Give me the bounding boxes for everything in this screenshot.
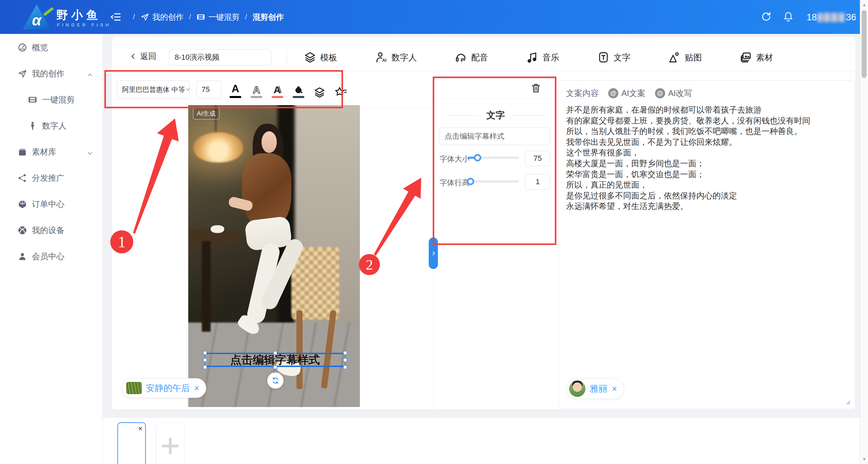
page-scrollbar[interactable]: ▲ ▼	[860, 0, 868, 464]
sidebar-item-my-creations[interactable]: 我的创作	[0, 60, 102, 86]
headset-icon	[455, 51, 467, 63]
remove-scene-icon[interactable]: ×	[194, 383, 199, 393]
sidebar-item-digital-human[interactable]: 数字人	[0, 113, 102, 139]
line-height-label: 字体行高	[440, 178, 469, 188]
account-phone-number[interactable]: 18 36	[807, 12, 856, 23]
line-height-slider-knob[interactable]	[467, 178, 474, 185]
paper-plane-icon	[18, 69, 27, 78]
project-title-input[interactable]	[169, 49, 271, 65]
selection-handle[interactable]	[203, 351, 207, 355]
chevron-down-icon	[87, 149, 93, 155]
add-scene-button[interactable]	[156, 422, 185, 464]
scene-thumbnail-card[interactable]: ×	[117, 422, 146, 464]
text-stroke-color-button[interactable]: A	[249, 81, 264, 98]
scrollbar-down-arrow[interactable]: ▼	[860, 455, 868, 463]
scrollbar-up-arrow[interactable]: ▲	[860, 1, 868, 9]
breadcrumb-one-click-mix[interactable]: 一键混剪	[196, 12, 239, 22]
text-box-icon	[597, 51, 610, 63]
tab-template[interactable]: 模板	[304, 51, 337, 63]
sidebar: 概览 我的创作 一键混剪 数字人 素材库 分发推广 订单中心	[0, 34, 103, 464]
back-button[interactable]: 返回	[130, 51, 156, 62]
resource-tabs: 模板 AI 数字人 配音 音乐 文字 贴图 素材	[304, 47, 773, 68]
sidebar-item-order-center[interactable]: 订单中心	[0, 191, 102, 217]
properties-divider-line	[434, 99, 557, 99]
breadcrumb-separator: /	[133, 13, 135, 21]
app-root: α 野小鱼 FINGER FISH / 我的创作 / 一键混剪 / 混剪创作	[0, 0, 868, 464]
voice-avatar	[569, 381, 585, 397]
ai-copy-button[interactable]: @ AI文案	[608, 88, 645, 99]
svg-text:A: A	[253, 84, 260, 95]
layer-order-button[interactable]	[312, 81, 327, 98]
tab-voiceover[interactable]: 配音	[455, 51, 488, 63]
title-rule	[446, 115, 479, 116]
selection-handle[interactable]	[343, 365, 347, 369]
line-height-value-input[interactable]	[525, 174, 550, 190]
photo-table-leg	[202, 241, 210, 332]
line-height-slider[interactable]	[468, 180, 519, 182]
remove-voice-icon[interactable]: ×	[612, 384, 617, 394]
background-color-swatch	[293, 96, 304, 98]
delete-layer-button[interactable]	[531, 82, 541, 95]
selection-handle[interactable]	[203, 365, 207, 369]
font-size-input[interactable]	[196, 80, 221, 99]
tab-text[interactable]: 文字	[597, 51, 631, 63]
swap-clip-button[interactable]	[267, 372, 284, 389]
chevron-left-icon	[130, 52, 137, 60]
sidebar-item-overview[interactable]: 概览	[0, 34, 102, 60]
sidebar-collapse-icon[interactable]	[111, 12, 121, 22]
text-color-button[interactable]: A	[228, 81, 243, 98]
voice-actor-chip[interactable]: 雅丽 ×	[566, 379, 624, 399]
sidebar-item-distribution[interactable]: 分发推广	[0, 165, 102, 191]
sidebar-item-asset-library[interactable]: 素材库	[0, 139, 102, 165]
scrollbar-thumb[interactable]	[862, 10, 867, 78]
device-globe-icon	[18, 226, 27, 235]
voice-name: 雅丽	[590, 383, 607, 395]
ai-at-icon: @	[655, 88, 665, 98]
share-icon	[18, 173, 27, 183]
selection-handle[interactable]	[203, 358, 207, 362]
script-line: 有的家庭父母都要上班，要换房贷、敬养老人，没有闲钱也没有时间	[566, 115, 837, 126]
title-rule	[512, 115, 545, 116]
script-line: 我带你出去见见世面，不是为了让你回来炫耀。	[566, 137, 837, 148]
font-family-select[interactable]: 阿里巴巴普惠体 中等	[117, 80, 190, 99]
script-textarea[interactable]: 并不是所有家庭，在暑假的时候都可以带着孩子去旅游 有的家庭父母都要上班，要换房贷…	[566, 104, 837, 212]
notification-bell-icon[interactable]	[783, 11, 794, 23]
toolbar-divider	[287, 50, 287, 64]
user-icon	[18, 252, 27, 261]
collapse-panel-handle[interactable]	[429, 237, 438, 269]
tab-music[interactable]: 音乐	[526, 51, 559, 63]
tab-digital-human[interactable]: AI 数字人	[375, 51, 417, 63]
effects-star-button[interactable]	[333, 81, 348, 98]
remove-thumbnail-icon[interactable]: ×	[138, 425, 142, 432]
selection-handle[interactable]	[273, 351, 277, 355]
textarea-resize-handle[interactable]	[845, 399, 851, 405]
scene-thumbnail-strip: ×	[103, 418, 860, 464]
chevron-down-icon	[185, 86, 191, 94]
tab-assets[interactable]: 素材	[740, 51, 773, 63]
selection-handle[interactable]	[343, 358, 347, 362]
text-background-color-button[interactable]	[291, 81, 306, 98]
selection-handle[interactable]	[273, 365, 277, 369]
tab-sticker[interactable]: 贴图	[669, 51, 702, 63]
font-size-slider[interactable]	[468, 157, 519, 159]
phone-number-blurred	[817, 13, 845, 22]
subtitle-style-input[interactable]	[440, 128, 550, 145]
text-shadow-color-button[interactable]: A	[270, 81, 285, 98]
selection-handle[interactable]	[343, 351, 347, 355]
scene-name: 安静的午后	[146, 382, 190, 394]
sidebar-item-my-devices[interactable]: 我的设备	[0, 217, 102, 243]
refresh-icon	[271, 376, 279, 385]
breadcrumb-my-creations[interactable]: 我的创作	[140, 12, 184, 22]
chevron-up-icon	[87, 71, 93, 77]
font-size-slider-knob[interactable]	[474, 154, 481, 161]
breadcrumb-separator: /	[245, 13, 247, 21]
refresh-icon[interactable]	[761, 11, 772, 23]
photo-woman-face	[262, 131, 277, 153]
subtitle-text-layer[interactable]: 点击编辑字幕样式	[205, 353, 345, 367]
storage-box-icon	[18, 147, 27, 157]
ai-rewrite-button[interactable]: @ AI改写	[655, 88, 692, 99]
font-size-value-input[interactable]	[525, 151, 550, 166]
sidebar-item-one-click-mix[interactable]: 一键混剪	[0, 86, 102, 113]
scene-clip-chip[interactable]: 安静的午后 ×	[122, 378, 206, 398]
sidebar-item-member-center[interactable]: 会员中心	[0, 243, 102, 269]
